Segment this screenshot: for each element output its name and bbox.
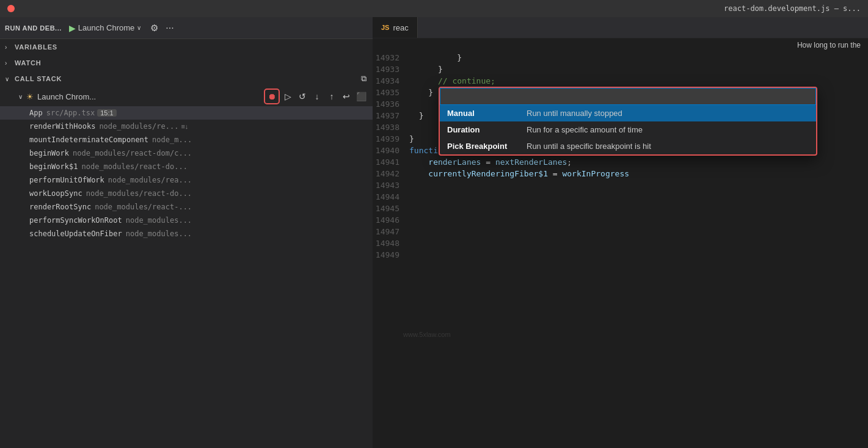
stack-frame-file: node_modules...	[126, 229, 192, 238]
stack-frame-performunitofwork[interactable]: performUnitOfWork node_modules/rea...	[0, 173, 373, 187]
call-stack-items: App src/App.tsx 15:1 renderWithHooks nod…	[0, 106, 373, 448]
line-num-14949: 14949	[373, 249, 399, 261]
stack-frame-name: workLoopSync	[29, 189, 82, 198]
dropdown-item-duration[interactable]: Duration Run for a specific amount of ti…	[440, 121, 816, 138]
stack-frame-file: node_modules/react-...	[95, 203, 192, 211]
title-bar-filename: react-dom.development.js — s...	[724, 4, 861, 13]
resume-button[interactable]: ▷	[281, 90, 294, 103]
call-stack-toolbar: ∨ ☀ Launch Chrom... ⏺ ▷ ↺ ↓ ↑ ↩ ⬛	[0, 87, 373, 106]
stack-frame-name: App	[29, 109, 43, 117]
watch-section-header[interactable]: › WATCH	[0, 55, 373, 71]
line-num-14938: 14938	[373, 121, 399, 133]
editor-tab-bar: JS reac	[373, 17, 868, 38]
step-out-button[interactable]: ↑	[325, 90, 338, 103]
callstack-chevron-icon: ∨	[5, 76, 12, 82]
stack-frame-name: renderRootSync	[29, 203, 91, 211]
stack-frame-file: node_modules/react-do...	[81, 162, 187, 171]
play-icon: ▶	[69, 23, 76, 33]
line-num-14940: 14940	[373, 145, 399, 156]
thread-row: ∨ ☀ Launch Chrom...	[18, 92, 263, 101]
sun-icon: ☀	[26, 92, 34, 101]
line-num-14935: 14935	[373, 87, 399, 98]
line-num-14934: 14934	[373, 75, 399, 87]
stack-frame-name: performSyncWorkOnRoot	[29, 216, 122, 225]
stack-frame-beginwork[interactable]: beginWork node_modules/react-dom/c...	[0, 146, 373, 160]
line-num-14932: 14932	[373, 52, 399, 63]
editor-file-title: How long to run the	[797, 41, 861, 49]
stack-frame-name: mountIndeterminateComponent	[29, 135, 148, 144]
variables-section-header[interactable]: › VARIABLES	[0, 39, 373, 55]
gear-icon-button[interactable]: ⚙	[148, 21, 160, 35]
stack-frame-performsyncworkonroot[interactable]: performSyncWorkOnRoot node_modules...	[0, 214, 373, 227]
stack-frame-app[interactable]: App src/App.tsx 15:1	[0, 106, 373, 120]
stack-frame-file: node_modules/rea...	[108, 176, 192, 184]
step-into-button[interactable]: ↓	[310, 90, 324, 103]
stack-frame-icon: ≡↓	[181, 123, 188, 130]
stack-frame-name: performUnitOfWork	[29, 176, 104, 184]
stack-frame-renderwithhooks[interactable]: renderWithHooks node_modules/re... ≡↓	[0, 120, 373, 133]
dropdown-key-manual: Manual	[447, 109, 520, 118]
dropdown-desc-pick-breakpoint: Run until a specific breakpoint is hit	[527, 142, 651, 151]
run-debug-title: RUN AND DEB...	[5, 24, 62, 32]
code-line-14947: renderLanes = nextRenderLanes;	[409, 156, 868, 168]
ellipsis-button[interactable]: ···	[164, 21, 175, 35]
dropdown-desc-manual: Run until manually stopped	[527, 109, 622, 118]
dropdown-item-manual[interactable]: Manual Run until manually stopped	[440, 105, 816, 121]
code-line-14948: currentlyRenderingFiber$1 = workInProgre…	[409, 168, 868, 179]
watch-chevron-icon: ›	[5, 60, 12, 67]
line-num-14937: 14937	[373, 110, 399, 121]
editor-tab-react-dom[interactable]: JS reac	[373, 17, 418, 38]
dropdown-search-input[interactable]	[440, 88, 816, 105]
stack-frame-file: node_modules/react-dom/c...	[73, 149, 192, 157]
stack-frame-file: node_modules...	[126, 216, 192, 225]
line-num-14939: 14939	[373, 133, 399, 145]
tab-filename: reac	[393, 23, 408, 32]
chevron-down-icon: ∨	[137, 24, 141, 31]
stop-button[interactable]: ⬛	[354, 90, 368, 103]
editor-content: 14932 14933 14934 14935 14936 14937 1493…	[373, 52, 868, 448]
restart-button[interactable]: ↩	[340, 90, 353, 103]
stack-frame-beginwork1[interactable]: beginWork$1 node_modules/react-do...	[0, 160, 373, 173]
line-num-14947: 14947	[373, 226, 399, 237]
stack-frame-workloopsync[interactable]: workLoopSync node_modules/react-do...	[0, 187, 373, 200]
stack-frame-file: src/App.tsx	[46, 109, 95, 117]
line-num-14942: 14942	[373, 168, 399, 179]
launch-chrome-button[interactable]: ▶ Launch Chrome ∨	[65, 21, 145, 35]
stack-frame-file: node_modules/react-do...	[86, 189, 192, 198]
code-line-14934: }	[409, 52, 868, 63]
stack-frame-file: node_modules/re...	[99, 122, 178, 131]
stack-frame-name: beginWork$1	[29, 162, 78, 171]
traffic-light-icon[interactable]	[7, 5, 15, 12]
line-num-14943: 14943	[373, 179, 399, 191]
tab-lang-badge: JS	[381, 24, 389, 31]
stack-frame-name: beginWork	[29, 149, 69, 157]
watch-label: WATCH	[15, 59, 42, 67]
line-numbers: 14932 14933 14934 14935 14936 14937 1493…	[373, 52, 404, 448]
record-button[interactable]: ⏺	[264, 89, 280, 104]
stack-frame-name: renderWithHooks	[29, 122, 95, 131]
stack-frame-mountindeterminatecomponent[interactable]: mountIndeterminateComponent node_m...	[0, 133, 373, 146]
line-num-14936: 14936	[373, 98, 399, 110]
main-layout: RUN AND DEB... ▶ Launch Chrome ∨ ⚙ ··· ›…	[0, 17, 868, 448]
step-over-button[interactable]: ↺	[296, 90, 309, 103]
editor-panel: JS reac How long to run the 14932 14933 …	[373, 17, 868, 448]
dropdown-key-pick-breakpoint: Pick Breakpoint	[447, 142, 520, 151]
stack-frame-renderrootsync[interactable]: renderRootSync node_modules/react-...	[0, 200, 373, 214]
call-stack-section: ∨ CALL STACK ⧉ ∨ ☀ Launch Chrom... ⏺ ▷ ↺…	[0, 71, 373, 448]
line-num-14946: 14946	[373, 214, 399, 226]
stack-frame-scheduleupdateonfiber[interactable]: scheduleUpdateOnFiber node_modules...	[0, 227, 373, 240]
code-line-14937: // continue;	[409, 75, 868, 87]
line-num-14941: 14941	[373, 156, 399, 168]
dropdown-item-pick-breakpoint[interactable]: Pick Breakpoint Run until a specific bre…	[440, 138, 816, 154]
line-num-14944: 14944	[373, 191, 399, 203]
stack-frame-name: scheduleUpdateOnFiber	[29, 229, 122, 238]
line-num-14948: 14948	[373, 237, 399, 249]
line-num-14945: 14945	[373, 203, 399, 214]
stack-frame-badge: 15:1	[97, 109, 116, 117]
thread-name: Launch Chrom...	[37, 92, 96, 101]
line-num-14933: 14933	[373, 63, 399, 75]
title-bar: react-dom.development.js — s...	[0, 0, 868, 17]
dropdown-desc-duration: Run for a specific amount of time	[527, 125, 643, 134]
dropdown-key-duration: Duration	[447, 125, 520, 134]
copy-call-stack-button[interactable]: ⧉	[360, 73, 368, 85]
